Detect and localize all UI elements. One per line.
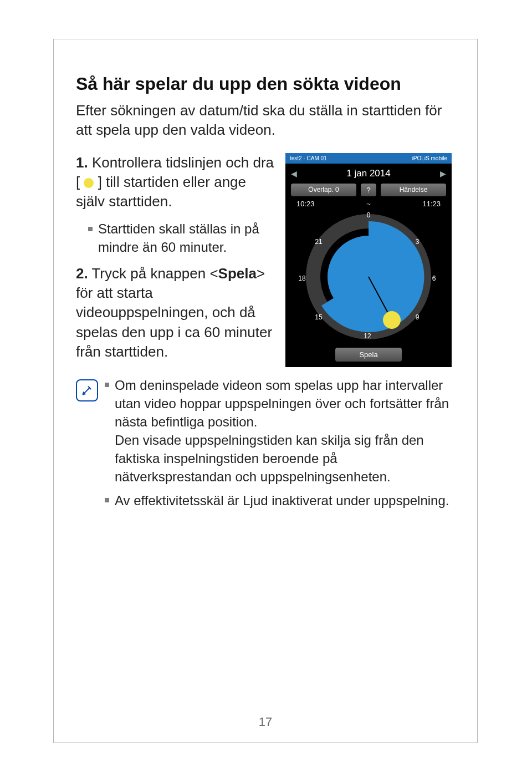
step-2: 2. Tryck på knappen <Spela> för att star… (76, 264, 275, 361)
svg-point-3 (383, 311, 401, 329)
hour-3: 3 (412, 238, 423, 246)
timeline-handle-icon (84, 178, 94, 188)
start-time: 10:23 (296, 200, 315, 208)
clock-dial[interactable]: 0 3 6 9 12 15 18 21 (291, 210, 446, 343)
step-1-text-b: ] till startiden eller ange själv startt… (76, 174, 246, 210)
hour-21: 21 (313, 238, 324, 246)
page-number: 17 (54, 715, 477, 729)
time-tilde: ~ (366, 200, 371, 208)
current-date: 1 jan 2014 (346, 168, 390, 179)
step-1-number: 1. (76, 154, 88, 171)
hour-9: 9 (412, 313, 423, 321)
camera-label: test2 - CAM 01 (290, 155, 327, 161)
event-button[interactable]: Händelse (381, 184, 446, 196)
date-next-arrow[interactable]: ▶ (440, 169, 446, 178)
note-icon (76, 379, 98, 401)
page-title: Så här spelar du upp den sökta videon (76, 74, 455, 94)
step-2-number: 2. (76, 265, 88, 282)
play-button[interactable]: Spela (335, 348, 402, 362)
hour-0: 0 (363, 211, 374, 219)
step-1: 1. Kontrollera tidslinjen och dra [ ] ti… (76, 153, 275, 211)
overlap-button[interactable]: Överlap. 0 (291, 184, 356, 196)
step-2-text-a: Tryck på knappen < (91, 265, 218, 282)
phone-mockup: test2 - CAM 01 iPOLiS mobile ◀ 1 jan 201… (285, 153, 452, 367)
intro-paragraph: Efter sökningen av datum/tid ska du stäl… (76, 101, 455, 140)
note-item-2: Av effektivitetsskäl är Ljud inaktiverat… (105, 491, 455, 510)
play-label-bold: Spela (218, 265, 257, 282)
help-button[interactable]: ? (361, 184, 376, 196)
instructions-column: 1. Kontrollera tidslinjen och dra [ ] ti… (76, 153, 275, 370)
step-1-subnote: Starttiden skall ställas in på mindre än… (88, 220, 275, 256)
date-prev-arrow[interactable]: ◀ (291, 169, 297, 178)
note-1b: Den visade uppspelningstiden kan skilja … (115, 433, 424, 484)
note-1a: Om deninspelade videon som spelas upp ha… (115, 378, 449, 429)
hour-18: 18 (296, 274, 308, 282)
end-time: 11:23 (422, 200, 441, 208)
hour-6: 6 (428, 274, 439, 282)
note-item-1: Om deninspelade videon som spelas upp ha… (105, 376, 455, 486)
hour-12: 12 (362, 332, 373, 340)
app-brand: iPOLiS mobile (412, 155, 447, 161)
hour-15: 15 (313, 313, 324, 321)
note-block: Om deninspelade videon som spelas upp ha… (76, 376, 455, 516)
phone-titlebar: test2 - CAM 01 iPOLiS mobile (285, 153, 452, 164)
